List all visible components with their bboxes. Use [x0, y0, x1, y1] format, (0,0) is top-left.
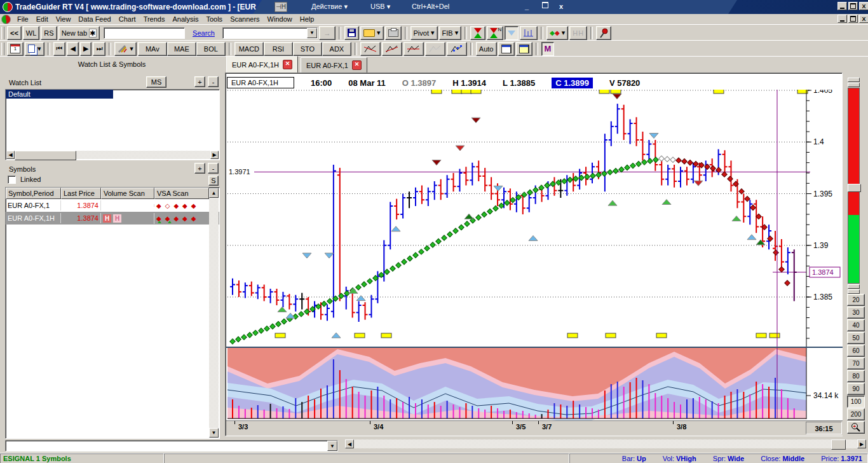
table-row[interactable]: EUR A0-FX,11.3874◆◇◆◆◆: [6, 199, 219, 212]
bars-tool-button[interactable]: [520, 26, 538, 40]
symbols-vscrollbar[interactable]: ▲ ▼: [209, 188, 219, 438]
restore-button[interactable]: [848, 2, 858, 10]
indicator-mae-button[interactable]: MAE: [167, 42, 196, 56]
next-bar-button[interactable]: ▶: [80, 42, 92, 56]
remote-minimize-icon[interactable]: _: [525, 3, 529, 10]
print-button[interactable]: [385, 26, 402, 40]
last-bar-button[interactable]: ⏭: [93, 42, 105, 56]
menu-analysis[interactable]: Analysis: [168, 15, 202, 24]
market-profile-button[interactable]: M: [541, 42, 555, 56]
hscroll-thumb[interactable]: [831, 439, 846, 450]
tools-dropdown[interactable]: ▾: [114, 42, 137, 56]
tab-close-icon[interactable]: ✕: [283, 60, 292, 69]
hscroll-left-icon[interactable]: ◀: [345, 439, 354, 448]
indicator-bol-button[interactable]: BOL: [196, 42, 226, 56]
hscroll-right-icon[interactable]: ▶: [857, 439, 866, 448]
menu-tools[interactable]: Tools: [202, 15, 226, 24]
pivot-dropdown[interactable]: Pivot ▾: [410, 26, 438, 40]
remote-close-icon[interactable]: x: [559, 3, 563, 10]
auto-scale-button[interactable]: Auto: [476, 42, 497, 56]
symbols-remove-button[interactable]: -: [208, 163, 219, 174]
zoom-level-30-button[interactable]: 30: [847, 307, 865, 319]
scroll-left-icon[interactable]: ◀: [6, 151, 15, 159]
zoom-level-200-button[interactable]: 200: [847, 408, 865, 420]
fib-dropdown[interactable]: FIB ▾: [439, 26, 462, 40]
menu-chart[interactable]: Chart: [115, 15, 140, 24]
zoom-level-60-button[interactable]: 60: [847, 345, 865, 357]
menu-scanners[interactable]: Scanners: [226, 15, 263, 24]
calendar-button[interactable]: 1: [7, 42, 24, 56]
price-chart[interactable]: 1.4051.41.3951.391.3851.39711.3874: [226, 76, 843, 348]
remote-pin-icon[interactable]: ⊣H: [275, 2, 287, 12]
minimize-button[interactable]: [837, 2, 847, 10]
linked-checkbox[interactable]: [8, 176, 16, 184]
menu-data-feed[interactable]: Data Feed: [74, 15, 114, 24]
save-button[interactable]: [344, 26, 359, 40]
trend-tool-1-button[interactable]: [360, 42, 381, 56]
trend-tool-3-button[interactable]: [403, 42, 424, 56]
watch-list-box[interactable]: Default ◀ ▶: [5, 89, 220, 160]
vsa-sell-signals-button[interactable]: [470, 26, 485, 40]
menu-view[interactable]: View: [52, 15, 75, 24]
table-row[interactable]: EUR A0-FX,1H1.3874HH◆◆◆◆◆: [6, 212, 219, 225]
new-tab-button[interactable]: New tab ✱: [58, 26, 100, 40]
menu-help[interactable]: Help: [296, 15, 318, 24]
volume-chart[interactable]: 34.14 k: [226, 348, 843, 420]
zoom-level-40-button[interactable]: 40: [847, 319, 865, 331]
grid-layout-button[interactable]: [498, 42, 515, 56]
remote-usb-menu[interactable]: USB ▾: [370, 3, 390, 11]
mdi-child-icon[interactable]: [1, 15, 11, 24]
grid-data-button[interactable]: [516, 42, 532, 56]
watchlist-remove-button[interactable]: -: [208, 76, 219, 87]
symbols-add-button[interactable]: +: [194, 163, 205, 174]
menu-trends[interactable]: Trends: [140, 15, 169, 24]
trend-tool-2-button[interactable]: [382, 42, 402, 56]
indicator-rsi-button[interactable]: RSI: [264, 42, 293, 56]
vsa-next-signal-button[interactable]: N: [487, 26, 503, 40]
s-button[interactable]: S: [208, 176, 219, 186]
trend-gauge[interactable]: [848, 78, 860, 289]
open-button[interactable]: ▾: [360, 26, 384, 40]
zoom-level-100-button[interactable]: 100: [847, 396, 865, 408]
scroll-right-icon[interactable]: ▶: [210, 151, 219, 159]
watchlist-add-button[interactable]: +: [194, 76, 205, 87]
prev-bar-button[interactable]: ◀: [67, 42, 78, 56]
tab-close-icon[interactable]: ✕: [352, 60, 362, 70]
zoom-level-90-button[interactable]: 90: [847, 383, 865, 395]
watchlist-hscrollbar[interactable]: ◀ ▶: [6, 151, 219, 159]
scroll-thumb[interactable]: [15, 151, 76, 160]
pin-chart-button[interactable]: [596, 26, 611, 40]
zoom-level-80-button[interactable]: 80: [847, 370, 865, 382]
no-signal-button[interactable]: [505, 26, 519, 40]
mdi-close-button[interactable]: X: [859, 15, 868, 23]
watchlist-button[interactable]: WL: [23, 26, 40, 40]
first-bar-button[interactable]: ⏮: [53, 42, 66, 56]
ms-button[interactable]: MS: [146, 76, 166, 88]
zoom-level-70-button[interactable]: 70: [847, 357, 865, 370]
diamond-signals-dropdown[interactable]: ◆◆ ▾: [546, 26, 568, 40]
indicator-mav-button[interactable]: MAv: [138, 42, 167, 56]
menu-window[interactable]: Window: [264, 15, 296, 24]
remote-restore-icon[interactable]: [542, 2, 548, 10]
remote-action-menu[interactable]: Действие ▾: [311, 3, 348, 11]
close-button[interactable]: X: [859, 2, 868, 10]
combo-arrow-icon[interactable]: ▼: [327, 441, 337, 451]
search-link[interactable]: Search: [193, 29, 215, 37]
menu-edit[interactable]: Edit: [32, 15, 52, 24]
gauge-slider[interactable]: [848, 184, 861, 192]
indicator-macd-button[interactable]: MACD: [234, 42, 264, 56]
rs-button[interactable]: RS: [41, 26, 57, 40]
trend-dots-button[interactable]: [447, 42, 467, 56]
indicator-sto-button[interactable]: STO: [293, 42, 322, 56]
symbol-entry-combo[interactable]: ▼: [5, 440, 338, 452]
mdi-restore-button[interactable]: [848, 15, 858, 23]
scroll-down-icon[interactable]: ▼: [209, 428, 219, 438]
zoom-level-20-button[interactable]: 20: [847, 294, 865, 306]
copy-button[interactable]: ▾: [25, 42, 44, 56]
watchlist-item-default[interactable]: Default: [6, 90, 113, 99]
symbol-input[interactable]: [104, 27, 185, 39]
scroll-track[interactable]: [209, 198, 219, 428]
remote-ctrl-alt-del[interactable]: Ctrl+Alt+Del: [412, 3, 449, 10]
symbol-combo[interactable]: ▼: [222, 27, 318, 39]
chart-symbol-box[interactable]: EUR A0-FX,1H: [227, 77, 294, 88]
